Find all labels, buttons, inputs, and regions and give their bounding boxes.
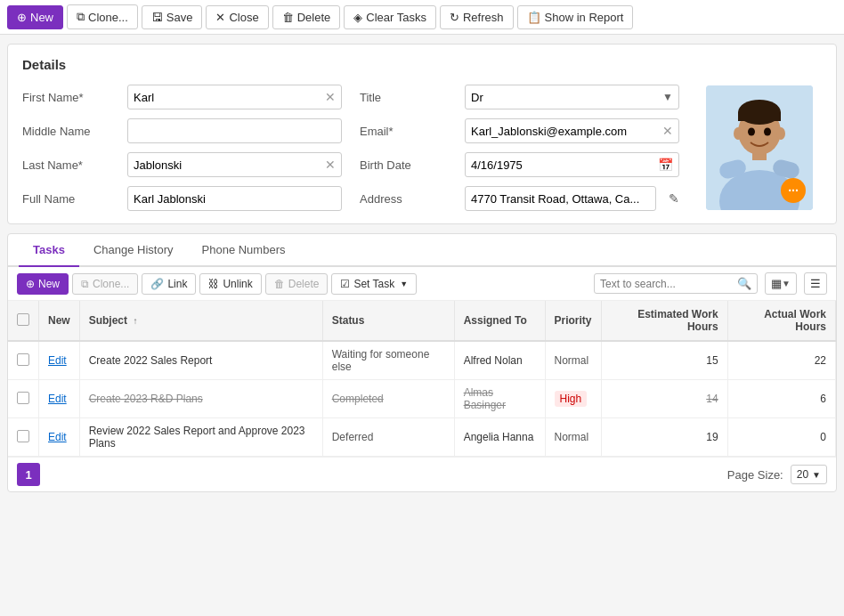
svg-point-8	[734, 127, 743, 140]
page-size-select[interactable]: 20 ▼	[791, 465, 827, 484]
tasks-search-wrap[interactable]: 🔍	[594, 273, 758, 294]
col-header-assigned-to[interactable]: Assigned To	[454, 301, 545, 341]
email-field[interactable]	[471, 125, 659, 138]
row2-edit-cell: Edit	[39, 380, 80, 418]
tab-phone-numbers[interactable]: Phone Numbers	[188, 234, 300, 267]
row2-actual-hours: 6	[820, 393, 826, 405]
full-name-label: Full Name	[22, 192, 120, 206]
last-name-clear-icon[interactable]: ✕	[325, 158, 336, 172]
title-select-wrap[interactable]: Dr Mr Mrs Ms ▼	[465, 85, 679, 109]
full-name-input-wrap[interactable]	[127, 186, 342, 211]
tab-tasks[interactable]: Tasks	[19, 234, 79, 267]
row3-est-hours: 19	[706, 431, 718, 443]
last-name-field[interactable]	[134, 158, 321, 172]
form-grid: First Name* ✕ Middle Name Last Name* ✕	[22, 85, 822, 211]
row2-est-hours-cell: 14	[601, 380, 727, 418]
first-name-field[interactable]	[134, 91, 321, 104]
sub-toolbar: ⊕ New ⧉ Clone... 🔗 Link ⛓ Unlink 🗑 Delet…	[8, 267, 836, 301]
table-row: Edit Review 2022 Sales Report and Approv…	[8, 418, 836, 457]
first-name-clear-icon[interactable]: ✕	[325, 90, 336, 104]
select-all-checkbox[interactable]	[17, 313, 29, 326]
tasks-delete-button[interactable]: 🗑 Delete	[265, 273, 329, 295]
tasks-new-label: New	[38, 278, 60, 290]
clone-button[interactable]: ⧉ Clone...	[67, 4, 138, 29]
row1-checkbox[interactable]	[17, 353, 29, 366]
col-header-actual-work-hours[interactable]: Actual Work Hours	[727, 301, 835, 341]
set-task-dropdown-icon: ▼	[400, 280, 408, 288]
tasks-search-input[interactable]	[600, 278, 734, 290]
birthdate-input-wrap[interactable]: 📅	[465, 152, 679, 177]
tasks-new-button[interactable]: ⊕ New	[17, 273, 69, 295]
tasks-clone-label: Clone...	[93, 278, 129, 290]
page-1-button[interactable]: 1	[17, 463, 40, 486]
row1-actual-hours: 22	[815, 354, 826, 367]
save-button[interactable]: 🖫 Save	[142, 5, 203, 29]
address-field[interactable]	[471, 192, 650, 206]
row1-assigned: Alfred Nolan	[464, 354, 523, 367]
clear-tasks-button[interactable]: ◈ Clear Tasks	[344, 5, 436, 29]
row2-priority: High	[555, 391, 588, 407]
middle-name-input-wrap[interactable]	[127, 118, 342, 143]
row1-status: Waiting for someone else	[332, 348, 430, 373]
title-select[interactable]: Dr Mr Mrs Ms	[471, 91, 659, 104]
title-row: Title Dr Mr Mrs Ms ▼	[360, 85, 679, 109]
last-name-input-wrap[interactable]: ✕	[127, 152, 342, 177]
avatar-more-icon[interactable]: ···	[781, 178, 806, 203]
tabs-section: Tasks Change History Phone Numbers ⊕ New…	[7, 233, 837, 492]
col-header-subject[interactable]: Subject ↑	[79, 301, 322, 341]
row2-checkbox[interactable]	[17, 392, 29, 404]
tasks-set-task-button[interactable]: ☑ Set Task ▼	[331, 273, 417, 295]
close-button[interactable]: ✕ Close	[206, 5, 268, 29]
row1-actual-hours-cell: 22	[727, 341, 835, 380]
row3-checkbox[interactable]	[17, 430, 29, 442]
row3-status: Deferred	[332, 431, 374, 443]
last-name-row: Last Name* ✕	[22, 152, 342, 177]
report-icon: 📋	[527, 11, 541, 24]
tasks-columns-button[interactable]: ☰	[804, 272, 827, 295]
clone-label: Clone...	[88, 11, 128, 24]
row1-assigned-cell: Alfred Nolan	[454, 341, 545, 380]
email-label: Email*	[360, 125, 458, 138]
first-name-input-wrap[interactable]: ✕	[127, 85, 342, 109]
row2-edit-link[interactable]: Edit	[48, 393, 67, 405]
calendar-icon[interactable]: 📅	[658, 158, 673, 172]
row3-edit-link[interactable]: Edit	[48, 431, 67, 443]
tab-change-history[interactable]: Change History	[79, 234, 188, 267]
col-header-est-work-hours[interactable]: Estimated Work Hours	[601, 301, 727, 341]
tasks-link-button[interactable]: 🔗 Link	[142, 273, 196, 295]
full-name-field[interactable]	[134, 192, 336, 206]
address-input-wrap[interactable]	[465, 186, 656, 211]
tasks-grid-view-button[interactable]: ▦ ▼	[765, 272, 797, 295]
save-label: Save	[166, 11, 193, 24]
address-edit-icon[interactable]: ✎	[669, 191, 679, 206]
row1-est-hours: 15	[706, 354, 718, 367]
tasks-search-icon[interactable]: 🔍	[737, 277, 751, 290]
show-report-label: Show in Report	[545, 11, 624, 24]
col-header-checkbox	[8, 301, 39, 341]
col-header-status[interactable]: Status	[322, 301, 454, 341]
page-size-dropdown-icon: ▼	[812, 470, 821, 480]
refresh-button[interactable]: ↻ Refresh	[440, 5, 514, 29]
row3-priority: Normal	[555, 431, 589, 443]
row1-edit-link[interactable]: Edit	[48, 354, 67, 367]
delete-button[interactable]: 🗑 Delete	[272, 5, 341, 29]
birthdate-field[interactable]	[471, 158, 658, 172]
row2-subject-cell: Create 2023 R&D Plans	[79, 380, 322, 418]
page-number: 1	[25, 468, 31, 482]
email-clear-icon[interactable]: ✕	[662, 124, 673, 138]
tasks-clone-button[interactable]: ⧉ Clone...	[72, 273, 138, 295]
row1-est-hours-cell: 15	[601, 341, 727, 380]
middle-name-field[interactable]	[134, 125, 336, 138]
email-input-wrap[interactable]: ✕	[465, 118, 679, 143]
row1-subject-cell: Create 2022 Sales Report	[79, 341, 322, 380]
tasks-unlink-button[interactable]: ⛓ Unlink	[199, 273, 261, 295]
row1-status-cell: Waiting for someone else	[322, 341, 454, 380]
row2-subject: Create 2023 R&D Plans	[89, 393, 203, 405]
row2-assigned: Almas Basinger	[464, 386, 506, 411]
svg-rect-7	[738, 112, 781, 121]
show-report-button[interactable]: 📋 Show in Report	[517, 5, 634, 29]
col-header-priority[interactable]: Priority	[545, 301, 601, 341]
row3-checkbox-cell	[8, 418, 39, 457]
row3-subject: Review 2022 Sales Report and Approve 202…	[89, 425, 305, 450]
new-button[interactable]: ⊕ New	[7, 5, 63, 29]
